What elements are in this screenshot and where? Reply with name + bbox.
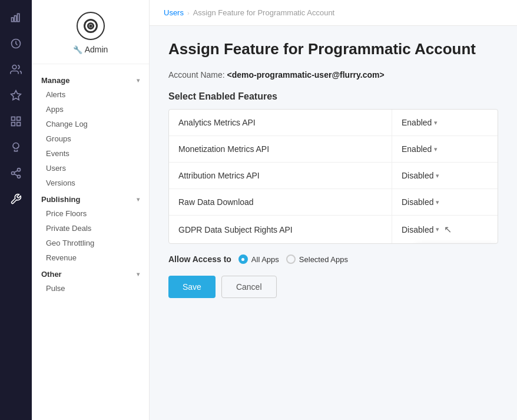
icon-rail — [0, 0, 32, 420]
feature-name-1: Monetization Metrics API — [169, 136, 392, 162]
sidebar-item-groups[interactable]: Groups — [32, 131, 149, 146]
sidebar-item-users[interactable]: Users — [32, 161, 149, 176]
save-button[interactable]: Save — [168, 276, 216, 298]
sidebar-item-alerts[interactable]: Alerts — [32, 87, 149, 102]
wrench-icon[interactable] — [5, 188, 26, 210]
svg-rect-1 — [15, 16, 16, 22]
manage-chevron-icon: ▾ — [137, 77, 140, 84]
skull-icon[interactable] — [5, 137, 26, 158]
svg-marker-5 — [11, 91, 21, 100]
account-name: Account Name: <demo-programmatic-user@fl… — [168, 70, 498, 80]
feature-status-text-0: Enabled — [402, 118, 432, 127]
page-title: Assign Feature for Programmatic Account — [168, 40, 498, 58]
radio-selected-apps-btn[interactable] — [286, 254, 296, 264]
sidebar: 🔧 Admin Manage ▾ Alerts Apps Change Log … — [32, 0, 150, 420]
manage-section-header[interactable]: Manage ▾ — [32, 71, 149, 87]
feature-name-3: Raw Data Download — [169, 189, 392, 215]
svg-point-13 — [18, 168, 21, 171]
feature-row-3: Raw Data Download Disabled ▾ — [169, 189, 498, 216]
svg-point-10 — [13, 143, 19, 149]
radio-selected-apps-label: Selected Apps — [299, 255, 348, 264]
radio-all-apps-label: All Apps — [251, 255, 279, 264]
svg-rect-8 — [12, 123, 15, 126]
other-section-header[interactable]: Other ▾ — [32, 265, 149, 281]
manage-section-label: Manage — [41, 76, 69, 85]
svg-point-15 — [18, 175, 21, 178]
analytics-icon[interactable] — [5, 7, 26, 28]
page-area: Assign Feature for Programmatic Account … — [150, 26, 517, 420]
cursor-pointer-icon: ↖ — [444, 224, 452, 235]
status-dropdown[interactable]: Enabled Disabled — [415, 243, 498, 244]
feature-status-4[interactable]: Disabled ▾ ↖ — [392, 216, 498, 243]
feature-status-2[interactable]: Disabled ▾ — [392, 163, 498, 188]
feature-row-4: GDPR Data Subject Rights API Disabled ▾ … — [169, 216, 498, 243]
radio-all-apps-btn[interactable] — [238, 254, 248, 264]
breadcrumb-users-link[interactable]: Users — [164, 8, 184, 17]
feature-status-text-1: Enabled — [402, 144, 432, 154]
feature-row-2: Attribution Metrics API Disabled ▾ — [169, 163, 498, 189]
sidebar-item-versions[interactable]: Versions — [32, 176, 149, 190]
chevron-down-icon-4: ▾ — [436, 226, 439, 233]
sidebar-item-privatedeals[interactable]: Private Deals — [32, 221, 149, 236]
allow-access-label: Allow Access to — [168, 254, 231, 264]
allow-access: Allow Access to All Apps Selected Apps — [168, 254, 498, 264]
breadcrumb-separator: › — [187, 9, 190, 16]
sidebar-item-pricefloors[interactable]: Price Floors — [32, 206, 149, 221]
chevron-down-icon-3: ▾ — [436, 199, 439, 206]
feature-status-text-4: Disabled — [402, 225, 433, 234]
feature-name-4: GDPR Data Subject Rights API — [169, 217, 392, 243]
other-chevron-icon: ▾ — [137, 271, 140, 277]
publishing-chevron-icon: ▾ — [137, 196, 140, 203]
feature-table: Analytics Metrics API Enabled ▾ Monetiza… — [168, 109, 498, 244]
svg-line-17 — [14, 170, 18, 172]
account-label: Account Name: — [168, 70, 225, 80]
feature-row-0: Analytics Metrics API Enabled ▾ — [169, 110, 498, 136]
sidebar-item-pulse[interactable]: Pulse — [32, 281, 149, 296]
svg-line-16 — [14, 174, 18, 176]
feature-status-3[interactable]: Disabled ▾ — [392, 189, 498, 215]
svg-point-14 — [12, 172, 15, 175]
admin-text: Admin — [85, 45, 108, 54]
feature-name-0: Analytics Metrics API — [169, 110, 392, 135]
share-icon[interactable] — [5, 163, 26, 184]
radio-all-apps[interactable]: All Apps — [238, 254, 279, 264]
clock-icon[interactable] — [5, 33, 26, 54]
cancel-button[interactable]: Cancel — [221, 276, 277, 298]
breadcrumb-current: Assign Feature for Programmatic Account — [193, 8, 335, 17]
sidebar-item-geothrottling[interactable]: Geo Throttling — [32, 236, 149, 250]
star-icon[interactable] — [5, 85, 26, 106]
sidebar-item-apps[interactable]: Apps — [32, 102, 149, 117]
action-buttons: Save Cancel — [168, 276, 498, 298]
svg-point-20 — [90, 25, 91, 27]
users-icon[interactable] — [5, 59, 26, 80]
feature-name-2: Attribution Metrics API — [169, 163, 392, 188]
publishing-section-header[interactable]: Publishing ▾ — [32, 190, 149, 206]
sidebar-item-revenue[interactable]: Revenue — [32, 250, 149, 265]
chevron-down-icon-1: ▾ — [434, 145, 438, 153]
feature-row-1: Monetization Metrics API Enabled ▾ — [169, 136, 498, 163]
main-content: Users › Assign Feature for Programmatic … — [150, 0, 517, 420]
radio-selected-apps[interactable]: Selected Apps — [286, 254, 348, 264]
feature-status-text-3: Disabled — [402, 197, 433, 207]
wrench-small-icon: 🔧 — [73, 45, 82, 54]
grid-icon[interactable] — [5, 111, 26, 132]
sidebar-nav: Manage ▾ Alerts Apps Change Log Groups E… — [32, 64, 149, 420]
sidebar-logo: 🔧 Admin — [32, 0, 149, 64]
feature-status-1[interactable]: Enabled ▾ — [392, 136, 498, 162]
logo-circle — [77, 12, 105, 40]
admin-label: 🔧 Admin — [73, 45, 108, 54]
svg-rect-9 — [17, 123, 21, 126]
sidebar-item-changelog[interactable]: Change Log — [32, 117, 149, 131]
breadcrumb: Users › Assign Feature for Programmatic … — [150, 0, 517, 26]
sidebar-item-events[interactable]: Events — [32, 146, 149, 161]
chevron-down-icon-2: ▾ — [436, 172, 439, 180]
section-title: Select Enabled Features — [168, 91, 498, 102]
other-section-label: Other — [41, 270, 62, 279]
feature-status-0[interactable]: Enabled ▾ — [392, 110, 498, 135]
svg-point-4 — [12, 65, 16, 70]
svg-rect-7 — [17, 117, 21, 121]
feature-status-text-2: Disabled — [402, 171, 433, 180]
account-value: <demo-programmatic-user@flurry.com> — [227, 70, 385, 80]
svg-rect-0 — [12, 18, 14, 22]
svg-rect-6 — [12, 117, 15, 121]
